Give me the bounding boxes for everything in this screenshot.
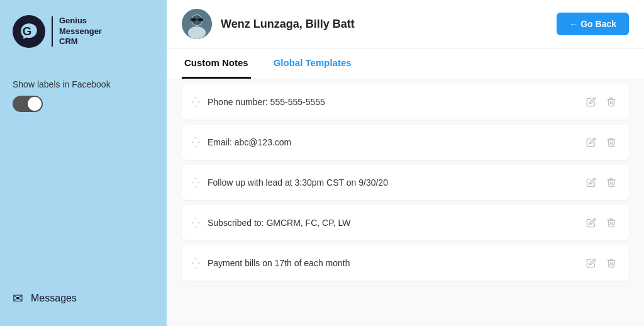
note-text: Email: abc@123.com <box>208 137 576 147</box>
edit-button[interactable] <box>584 94 599 110</box>
facebook-labels-toggle[interactable] <box>13 96 43 112</box>
delete-button[interactable] <box>604 256 619 271</box>
note-text: Phone number: 555-555-5555 <box>208 97 576 107</box>
note-item: ⁛ Follow up with lead at 3:30pm CST on 9… <box>182 165 629 200</box>
logo-icon: G <box>13 15 45 48</box>
note-text: Follow up with lead at 3:30pm CST on 9/3… <box>208 177 576 188</box>
toggle-container[interactable] <box>13 96 154 112</box>
note-text: Subscribed to: GMCRM, FC, CP, LW <box>208 218 576 228</box>
note-item: ⁛ Subscribed to: GMCRM, FC, CP, LW <box>182 205 629 240</box>
note-text: Payment bills on 17th of each month <box>208 258 576 268</box>
note-actions <box>584 135 619 150</box>
delete-button[interactable] <box>604 175 619 190</box>
toggle-thumb <box>28 97 42 111</box>
note-actions <box>584 215 619 230</box>
edit-button[interactable] <box>584 135 599 150</box>
notes-area: ⁛ Phone number: 555-555-5555 ⁛ Email: ab… <box>167 79 644 326</box>
envelope-icon: ✉ <box>13 291 23 306</box>
note-actions <box>584 256 619 271</box>
main-content: Wenz Lunzaga, Billy Batt ← Go Back Custo… <box>167 0 644 326</box>
sidebar: G Genius Messenger CRM Show labels in Fa… <box>0 0 167 326</box>
messages-label: Messages <box>31 293 77 304</box>
logo-divider <box>52 16 53 47</box>
svg-rect-6 <box>198 18 203 21</box>
drag-handle-icon[interactable]: ⁛ <box>192 217 200 229</box>
logo-area: G Genius Messenger CRM <box>13 15 102 48</box>
edit-button[interactable] <box>584 256 599 271</box>
delete-button[interactable] <box>604 94 619 110</box>
svg-rect-5 <box>191 18 196 21</box>
note-item: ⁛ Email: abc@123.com <box>182 125 629 160</box>
note-item: ⁛ Payment bills on 17th of each month <box>182 245 629 281</box>
go-back-button[interactable]: ← Go Back <box>557 13 629 35</box>
logo-text: Genius Messenger CRM <box>59 16 102 48</box>
contact-name: Wenz Lunzaga, Billy Batt <box>221 18 355 31</box>
tab-global-templates[interactable]: Global Templates <box>271 48 354 79</box>
avatar <box>182 9 212 39</box>
note-item: ⁛ Phone number: 555-555-5555 <box>182 84 629 120</box>
svg-point-3 <box>188 26 206 39</box>
sidebar-item-messages[interactable]: ✉ Messages <box>13 286 77 311</box>
drag-handle-icon[interactable]: ⁛ <box>192 137 200 149</box>
tabs-container: Custom Notes Global Templates <box>167 48 644 79</box>
note-actions <box>584 94 619 110</box>
delete-button[interactable] <box>604 215 619 230</box>
delete-button[interactable] <box>604 135 619 150</box>
drag-handle-icon[interactable]: ⁛ <box>192 257 200 269</box>
drag-handle-icon[interactable]: ⁛ <box>192 96 200 108</box>
drag-handle-icon[interactable]: ⁛ <box>192 177 200 189</box>
note-actions <box>584 175 619 190</box>
edit-button[interactable] <box>584 215 599 230</box>
tab-custom-notes[interactable]: Custom Notes <box>182 48 251 79</box>
show-labels-text: Show labels in Facebook <box>13 79 154 89</box>
svg-text:G: G <box>23 25 32 38</box>
header-left: Wenz Lunzaga, Billy Batt <box>182 9 355 39</box>
header: Wenz Lunzaga, Billy Batt ← Go Back <box>167 0 644 48</box>
show-labels-section: Show labels in Facebook <box>13 79 154 112</box>
edit-button[interactable] <box>584 175 599 190</box>
